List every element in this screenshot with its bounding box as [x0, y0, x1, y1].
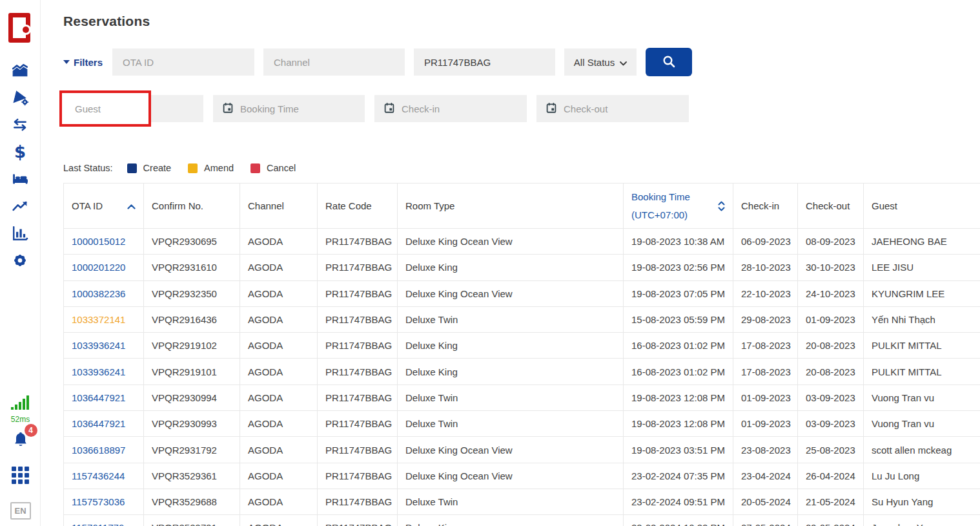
sidebar-item-trends[interactable] [0, 193, 41, 220]
table-row: 1036447921VPQR2930993AGODAPR11747BBAGDel… [64, 411, 980, 437]
sort-toggle-icon[interactable] [718, 201, 725, 211]
booking-time-cell: 19-08-2023 12:08 PM [624, 411, 733, 437]
signal-strength-icon [10, 394, 31, 414]
guest-cell: JAEHEONG BAE [864, 229, 980, 255]
ota-id-link[interactable]: 1033372141 [72, 314, 125, 325]
ota-id-link[interactable]: 1033936241 [72, 340, 125, 351]
channel-cell: AGODA [240, 489, 318, 514]
channel-cell: AGODA [240, 463, 318, 489]
column-header-guest[interactable]: Guest [864, 184, 980, 229]
guest-cell: Yến Nhi Thạch [864, 306, 980, 332]
column-header-check-in[interactable]: Check-in [733, 184, 798, 229]
language-selector[interactable]: EN [10, 502, 31, 520]
channel-cell: AGODA [240, 255, 318, 280]
channel-cell: AGODA [240, 359, 318, 384]
guest-cell: Jeonghee Yu [864, 515, 980, 526]
sidebar-item-settings[interactable] [0, 247, 41, 274]
column-header-booking-time[interactable]: Booking Time (UTC+07:00) [624, 184, 733, 229]
sidebar-item-transactions[interactable] [0, 111, 41, 138]
booking-time-picker[interactable]: Booking Time [213, 95, 365, 122]
dollar-icon: $ [14, 143, 26, 160]
room-type-cell: Deluxe King [398, 359, 624, 384]
ota-id-link[interactable]: 1000201220 [72, 262, 125, 273]
caret-down-icon [63, 60, 70, 64]
room-type-cell: Deluxe King Ocean View [398, 280, 624, 306]
amend-status-swatch [188, 163, 198, 173]
ota-id-link[interactable]: 1000015012 [72, 236, 125, 247]
sidebar-item-dashboard[interactable] [0, 57, 41, 84]
apps-grid-button[interactable] [12, 467, 29, 484]
check-out-cell: 01-09-2023 [798, 306, 864, 332]
search-icon [662, 54, 676, 70]
table-header-row: OTA ID Confirm No. Channel Rate Code Roo… [64, 184, 980, 229]
column-header-channel[interactable]: Channel [240, 184, 318, 229]
column-header-ota-id[interactable]: OTA ID [64, 184, 144, 229]
booking-time-cell: 19-08-2023 07:05 PM [624, 280, 733, 306]
column-header-room-type[interactable]: Room Type [398, 184, 624, 229]
app-logo[interactable] [8, 13, 30, 43]
status-legend: Last Status: Create Amend Cancel [63, 163, 312, 173]
column-header-rate-code[interactable]: Rate Code [318, 184, 398, 229]
ota-id-link[interactable]: 1033936241 [72, 366, 125, 377]
column-header-check-out[interactable]: Check-out [798, 184, 864, 229]
check-in-cell: 29-08-2023 [733, 306, 798, 332]
channel-cell: AGODA [240, 515, 318, 526]
table-row: 1033936241VPQR2919102AGODAPR11747BBAGDel… [64, 333, 980, 359]
check-in-cell: 07-05-2024 [733, 515, 798, 526]
room-type-cell: Deluxe Twin [398, 411, 624, 437]
channel-input[interactable] [263, 48, 405, 76]
check-out-cell: 26-04-2024 [798, 463, 864, 489]
booking-time-cell: 19-08-2023 03:51 PM [624, 437, 733, 463]
ota-id-input[interactable] [112, 48, 254, 76]
notifications-button[interactable]: 4 [12, 430, 30, 451]
column-header-confirm-no[interactable]: Confirm No. [144, 184, 240, 229]
filters-toggle[interactable]: Filters [63, 57, 103, 68]
booking-time-cell: 23-02-2024 10:32 PM [624, 515, 733, 526]
rate-code-input[interactable] [414, 48, 555, 76]
sidebar-item-finance[interactable]: $ [0, 138, 41, 165]
ota-id-link[interactable]: 1000382236 [72, 288, 125, 299]
room-type-cell: Deluxe King [398, 333, 624, 359]
ota-id-link[interactable]: 1157611776 [72, 522, 124, 526]
sidebar-item-distribution[interactable] [0, 84, 41, 111]
room-type-cell: Deluxe King Ocean View [398, 463, 624, 489]
rate-code-cell: PR11747BBAG [318, 333, 398, 359]
rate-code-cell: PR11747BBAG [318, 255, 398, 280]
booking-time-cell: 23-02-2024 09:51 PM [624, 489, 733, 514]
sidebar-item-reports[interactable] [0, 220, 41, 247]
sidebar: $ 52ms [0, 0, 41, 526]
check-in-cell: 23-04-2024 [733, 463, 798, 489]
channel-cell: AGODA [240, 280, 318, 306]
check-in-cell: 23-08-2023 [733, 437, 798, 463]
booking-time-cell: 16-08-2023 01:02 PM [624, 359, 733, 384]
sidebar-item-rooms[interactable] [0, 165, 41, 193]
ota-id-link[interactable]: 1036447921 [72, 392, 125, 403]
guest-cell: scott allen mckeag [864, 437, 980, 463]
logo-dot [23, 26, 29, 33]
room-type-cell: Deluxe King [398, 255, 624, 280]
check-out-picker[interactable]: Check-out [536, 95, 689, 122]
channel-cell: AGODA [240, 333, 318, 359]
ota-id-link[interactable]: 1157573036 [72, 496, 125, 507]
guest-input[interactable] [63, 95, 203, 122]
check-in-picker[interactable]: Check-in [374, 95, 527, 122]
guest-cell: PULKIT MITTAL [864, 359, 980, 384]
check-in-cell: 22-10-2023 [733, 280, 798, 306]
ota-id-link[interactable]: 1036618897 [72, 445, 125, 456]
status-select[interactable]: All Status [564, 48, 637, 76]
area-chart-icon [12, 62, 28, 79]
search-button[interactable] [646, 48, 692, 76]
booking-time-picker-label: Booking Time [240, 103, 299, 114]
ota-id-link[interactable]: 1157436244 [72, 470, 125, 481]
sort-asc-icon [127, 200, 136, 211]
guest-cell: Vuong Tran vu [864, 384, 980, 410]
send-settings-icon [12, 89, 28, 106]
table-row: 1157573036VPQR3529688AGODAPR11747BBAGDel… [64, 489, 980, 514]
trending-up-icon [12, 198, 28, 215]
check-out-cell: 03-09-2023 [798, 384, 864, 410]
filters-row-1: Filters All Status [63, 48, 692, 76]
sidebar-bottom: 52ms 4 EN [0, 394, 41, 520]
chevron-down-icon [620, 57, 627, 68]
calendar-icon [383, 102, 395, 116]
ota-id-link[interactable]: 1036447921 [72, 418, 125, 429]
